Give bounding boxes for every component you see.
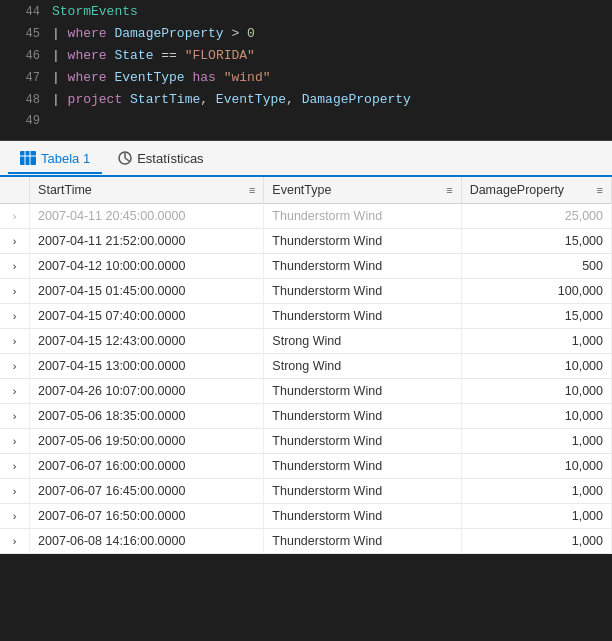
cell-starttime: 2007-04-11 21:52:00.0000 [30,229,264,254]
row-expand[interactable]: › [0,204,30,229]
code-line-44: 44StormEvents [0,4,612,26]
tab-stats-label: Estatísticas [137,151,203,166]
cell-damageproperty: 100,000 [461,279,611,304]
cell-starttime: 2007-04-15 01:45:00.0000 [30,279,264,304]
cell-damageproperty: 1,000 [461,479,611,504]
cell-eventtype: Strong Wind [264,329,461,354]
row-expand[interactable]: › [0,254,30,279]
cell-damageproperty: 500 [461,254,611,279]
line-number: 45 [8,27,40,41]
row-expand[interactable]: › [0,229,30,254]
cell-starttime: 2007-04-15 07:40:00.0000 [30,304,264,329]
cell-eventtype: Thunderstorm Wind [264,304,461,329]
line-number: 47 [8,71,40,85]
row-expand[interactable]: › [0,279,30,304]
filter-eventtype-icon[interactable]: ≡ [446,184,452,196]
line-number: 46 [8,49,40,63]
cell-eventtype: Thunderstorm Wind [264,204,461,229]
code-editor: 44StormEvents45| where DamageProperty > … [0,0,612,141]
cell-starttime: 2007-04-12 10:00:00.0000 [30,254,264,279]
line-content: | where EventType has "wind" [52,70,604,85]
table-row[interactable]: ›2007-04-11 21:52:00.0000Thunderstorm Wi… [0,229,612,254]
cell-starttime: 2007-06-07 16:45:00.0000 [30,479,264,504]
code-line-47: 47| where EventType has "wind" [0,70,612,92]
cell-damageproperty: 10,000 [461,379,611,404]
cell-damageproperty: 10,000 [461,404,611,429]
code-line-45: 45| where DamageProperty > 0 [0,26,612,48]
cell-damageproperty: 25,000 [461,204,611,229]
cell-eventtype: Thunderstorm Wind [264,279,461,304]
code-line-49: 49 [0,114,612,136]
row-expand[interactable]: › [0,529,30,554]
cell-damageproperty: 1,000 [461,429,611,454]
row-expand[interactable]: › [0,304,30,329]
cell-starttime: 2007-04-15 13:00:00.0000 [30,354,264,379]
table-row[interactable]: ›2007-06-07 16:50:00.0000Thunderstorm Wi… [0,504,612,529]
cell-starttime: 2007-06-07 16:00:00.0000 [30,454,264,479]
cell-damageproperty: 15,000 [461,304,611,329]
line-content: StormEvents [52,4,604,19]
cell-starttime: 2007-04-26 10:07:00.0000 [30,379,264,404]
cell-starttime: 2007-04-15 12:43:00.0000 [30,329,264,354]
table-icon [20,151,36,165]
row-expand[interactable]: › [0,329,30,354]
cell-damageproperty: 10,000 [461,454,611,479]
data-table-wrapper: StartTime ≡ EventType ≡ DamageProperty [0,177,612,554]
cell-damageproperty: 15,000 [461,229,611,254]
tab-table[interactable]: Tabela 1 [8,145,102,174]
table-row[interactable]: ›2007-06-08 14:16:00.0000Thunderstorm Wi… [0,529,612,554]
col-damageproperty[interactable]: DamageProperty ≡ [461,177,611,204]
filter-starttime-icon[interactable]: ≡ [249,184,255,196]
tab-stats[interactable]: Estatísticas [106,145,215,174]
table-row[interactable]: ›2007-04-15 07:40:00.0000Thunderstorm Wi… [0,304,612,329]
cell-starttime: 2007-05-06 18:35:00.0000 [30,404,264,429]
cell-eventtype: Thunderstorm Wind [264,229,461,254]
line-number: 44 [8,5,40,19]
cell-eventtype: Thunderstorm Wind [264,454,461,479]
table-row[interactable]: ›2007-05-06 18:35:00.0000Thunderstorm Wi… [0,404,612,429]
cell-eventtype: Thunderstorm Wind [264,404,461,429]
table-row[interactable]: ›2007-04-26 10:07:00.0000Thunderstorm Wi… [0,379,612,404]
tab-table-label: Tabela 1 [41,151,90,166]
row-expand[interactable]: › [0,504,30,529]
cell-eventtype: Thunderstorm Wind [264,379,461,404]
table-row[interactable]: ›2007-04-15 01:45:00.0000Thunderstorm Wi… [0,279,612,304]
code-line-48: 48| project StartTime, EventType, Damage… [0,92,612,114]
row-expand[interactable]: › [0,379,30,404]
cell-starttime: 2007-06-08 14:16:00.0000 [30,529,264,554]
table-row[interactable]: ›2007-04-12 10:00:00.0000Thunderstorm Wi… [0,254,612,279]
cell-eventtype: Thunderstorm Wind [264,479,461,504]
filter-damageprop-icon[interactable]: ≡ [597,184,603,196]
col-expand [0,177,30,204]
cell-starttime: 2007-05-06 19:50:00.0000 [30,429,264,454]
col-starttime[interactable]: StartTime ≡ [30,177,264,204]
row-expand[interactable]: › [0,404,30,429]
stats-icon [118,151,132,165]
col-eventtype[interactable]: EventType ≡ [264,177,461,204]
cell-eventtype: Thunderstorm Wind [264,504,461,529]
cell-eventtype: Thunderstorm Wind [264,529,461,554]
cell-eventtype: Thunderstorm Wind [264,254,461,279]
table-header-row: StartTime ≡ EventType ≡ DamageProperty [0,177,612,204]
table-body: ›2007-04-11 20:45:00.0000Thunderstorm Wi… [0,204,612,554]
cell-damageproperty: 1,000 [461,329,611,354]
svg-line-6 [125,158,129,161]
row-expand[interactable]: › [0,454,30,479]
row-expand[interactable]: › [0,479,30,504]
table-row[interactable]: ›2007-04-15 12:43:00.0000Strong Wind1,00… [0,329,612,354]
table-row[interactable]: ›2007-06-07 16:00:00.0000Thunderstorm Wi… [0,454,612,479]
table-row[interactable]: ›2007-04-15 13:00:00.0000Strong Wind10,0… [0,354,612,379]
row-expand[interactable]: › [0,354,30,379]
row-expand[interactable]: › [0,429,30,454]
cell-damageproperty: 10,000 [461,354,611,379]
table-row[interactable]: ›2007-04-11 20:45:00.0000Thunderstorm Wi… [0,204,612,229]
line-content: | where State == "FLORIDA" [52,48,604,63]
cell-eventtype: Strong Wind [264,354,461,379]
code-line-46: 46| where State == "FLORIDA" [0,48,612,70]
line-number: 48 [8,93,40,107]
table-row[interactable]: ›2007-06-07 16:45:00.0000Thunderstorm Wi… [0,479,612,504]
svg-rect-0 [20,151,36,165]
line-content: | project StartTime, EventType, DamagePr… [52,92,604,107]
cell-damageproperty: 1,000 [461,504,611,529]
table-row[interactable]: ›2007-05-06 19:50:00.0000Thunderstorm Wi… [0,429,612,454]
